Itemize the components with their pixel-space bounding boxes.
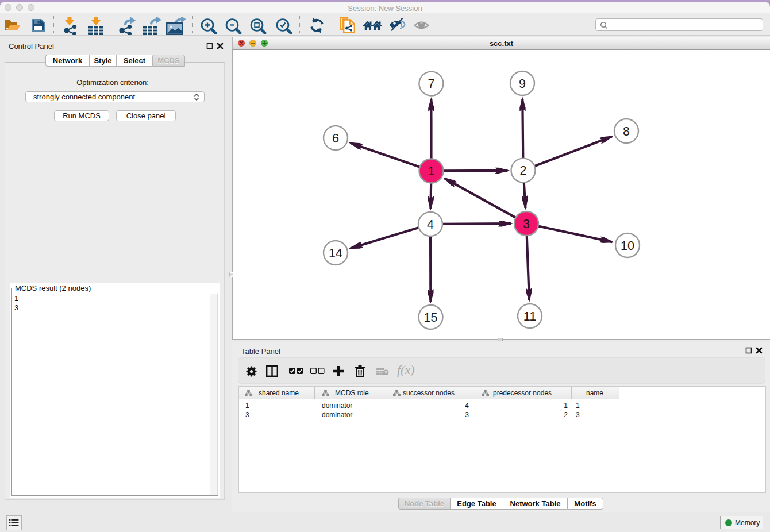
svg-text:8: 8 [623,125,630,138]
svg-text:6: 6 [332,132,339,145]
svg-text:7: 7 [428,77,434,91]
svg-text:2: 2 [520,164,527,178]
svg-text:10: 10 [621,239,634,253]
svg-text:11: 11 [523,310,536,323]
svg-text:3: 3 [523,217,530,231]
svg-text:14: 14 [329,246,342,260]
svg-text:4: 4 [427,218,434,232]
svg-text:15: 15 [424,311,438,325]
svg-text:9: 9 [519,77,526,91]
svg-text:1: 1 [428,164,435,178]
